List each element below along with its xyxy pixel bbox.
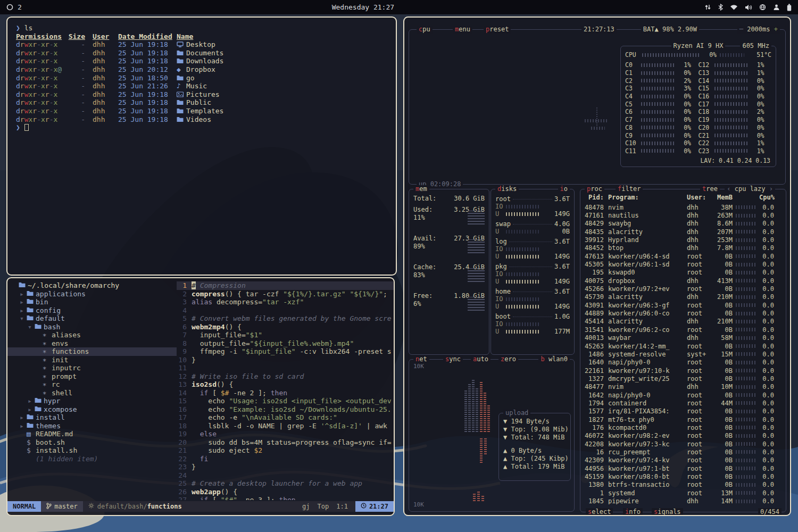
btop-window[interactable]: cpu menu preset 21:27:13 BAT▲ 98% 2.90W … — [403, 16, 791, 516]
process-row[interactable]: 1systemdroot13M0.0 — [584, 489, 783, 497]
tree-item-readme.md[interactable]: ▤README.md — [7, 430, 177, 438]
process-row[interactable]: 1577irq/81-PIXA3854:root0B0.0 — [584, 408, 783, 415]
file-row[interactable]: drwxr-xr-x-dhh25 Jun 19:18Desktop — [16, 40, 387, 49]
process-row[interactable]: 46072kworker/u98:2-evroot0B0.0 — [584, 432, 783, 440]
process-row[interactable]: 48477nvimdhh10M0.0 — [584, 383, 783, 391]
tree-item-bash[interactable]: ▾bash — [7, 323, 177, 331]
process-row[interactable]: 44956kworker/u97:1-btroot0B0.0 — [584, 464, 783, 472]
tree-item-default[interactable]: ▾default — [7, 314, 177, 323]
network-icon[interactable] — [759, 4, 766, 11]
file-row[interactable]: drwxr-xr-x-dhh25 Jun 19:18Documents — [16, 49, 387, 57]
tab-menu[interactable]: menu — [453, 26, 472, 34]
update-interval[interactable]: ─ 2000ms + — [737, 26, 780, 34]
process-row[interactable]: 16rcu_preemptroot0B0.0 — [584, 448, 783, 456]
account-icon[interactable] — [773, 4, 780, 11]
tree-item-boot.sh[interactable]: $boot.sh — [7, 438, 177, 447]
net-zero[interactable]: zero — [498, 355, 518, 363]
battery-icon[interactable] — [787, 4, 792, 11]
process-row[interactable]: 39912Hyprlanddhh253M0.0 — [584, 236, 783, 244]
process-row[interactable]: 1642napi/phy0-0root0B0.0 — [584, 391, 783, 399]
process-row[interactable]: 42309kworker/u97:4-kvroot0B0.0 — [584, 456, 783, 464]
tree-item-applications[interactable]: ▸applications — [7, 290, 177, 298]
tree-item-hypr[interactable]: ▸hypr — [7, 397, 177, 405]
tree-item-shell[interactable]: ∗shell — [7, 389, 177, 397]
tree-item-install[interactable]: ▸install — [7, 413, 177, 422]
file-row[interactable]: drwxr-xr-x@-dhh25 Jun 20:12◆Dropbox — [16, 65, 387, 74]
tab-cpu[interactable]: cpu — [417, 26, 433, 34]
process-row[interactable]: 40013waybardhh58M0.0 — [584, 334, 783, 342]
file-row[interactable]: drwxr-xr-x-dhh25 Jun 21:26♪Music — [16, 82, 387, 90]
process-row[interactable]: 48429swaybgdhh8.6M0.0 — [584, 220, 783, 228]
process-row[interactable]: 48452btopdhh7.8M0.0 — [584, 244, 783, 252]
io-toggle[interactable]: io — [558, 185, 570, 193]
launcher-icon[interactable] — [6, 4, 13, 11]
tree-item-themes[interactable]: ▸themes — [7, 422, 177, 430]
code-editor[interactable]: 1# Compression2compress() { tar -czf "${… — [177, 278, 394, 500]
tree-item-config[interactable]: ▸config — [7, 306, 177, 315]
file-tree[interactable]: ~/.local/share/omarchy▸applications▸bin▸… — [7, 278, 177, 500]
tree-item-prompt[interactable]: ∗prompt — [7, 372, 177, 381]
process-row[interactable]: 48478nvimdhh38M0.0 — [584, 203, 783, 211]
tree-item--1-hidden-item-[interactable]: (1 hidden item) — [7, 455, 177, 463]
proc-title[interactable]: proc — [585, 185, 604, 193]
net-title[interactable]: net — [413, 355, 429, 363]
file-row[interactable]: drwxr-xr-x-dhh25 Jun 19:18Downloads — [16, 57, 387, 65]
tab-preset[interactable]: preset — [484, 26, 511, 34]
process-row[interactable]: 44889kworker/u96:0-coroot0B0.0 — [584, 309, 783, 317]
proc-filter[interactable]: filter — [616, 185, 643, 193]
tree-item-xcompose[interactable]: ▸xcompose — [7, 405, 177, 414]
proc-tree-toggle[interactable]: tree — [700, 185, 720, 193]
tree-item-init[interactable]: ∗init — [7, 356, 177, 364]
proc-sort[interactable]: ‹ cpu lazy › — [725, 185, 775, 193]
tree-item-functions[interactable]: ∗functions — [7, 347, 177, 356]
file-row[interactable]: drwxr-xr-x-dhh25 Jun 19:18Videos — [16, 115, 387, 124]
process-row[interactable]: 43091kworker/u96:3-gfroot0B0.0 — [584, 301, 783, 309]
process-row[interactable]: 1827mt76-tx phy0root0B0.0 — [584, 415, 783, 423]
process-row[interactable]: 1845pipewiredhh14M0.0 — [584, 497, 783, 504]
file-row[interactable]: drwxr-xr-x-dhh25 Jun 19:18Templates — [16, 107, 387, 115]
process-row[interactable]: 45263kworker/14:2-mm_root0B0.0 — [584, 342, 783, 350]
tree-item-install.sh[interactable]: $install.sh — [7, 446, 177, 455]
process-row[interactable]: 48435alacrittydhh207M0.0 — [584, 228, 783, 236]
process-row[interactable]: 1380btrfs-transactioroot0B0.0 — [584, 481, 783, 489]
updates-icon[interactable] — [704, 4, 711, 11]
net-sync[interactable]: sync — [443, 355, 463, 363]
proc-info[interactable]: info — [623, 508, 643, 516]
mem-title[interactable]: mem — [413, 185, 429, 193]
clock[interactable]: Wednesday 21:27 — [332, 3, 394, 11]
wifi-icon[interactable] — [730, 4, 738, 11]
process-row[interactable]: 1327dmcrypt_write/25root0B0.0 — [584, 375, 783, 383]
volume-icon[interactable] — [745, 4, 752, 11]
process-row[interactable]: 45305kworker/u96:1-sdroot0B0.0 — [584, 260, 783, 268]
process-row[interactable]: 1640napi/phy0-0root0B0.0 — [584, 359, 783, 367]
terminal-window[interactable]: ❯ ls PermissionsSizeUserDate ModifiedNam… — [6, 16, 397, 276]
tree-item--.local-share-omarchy[interactable]: ~/.local/share/omarchy — [7, 281, 177, 290]
process-row[interactable]: 31541kworker/u96:2-coroot0B0.0 — [584, 326, 783, 334]
process-row[interactable]: 45414alacrittydhh210M0.0 — [584, 318, 783, 326]
net-auto[interactable]: auto — [471, 355, 491, 363]
tree-item-envs[interactable]: ∗envs — [7, 339, 177, 348]
bluetooth-icon[interactable] — [718, 4, 723, 11]
process-row[interactable]: 45159kworker/u98:0-btroot0B0.0 — [584, 472, 783, 480]
file-row[interactable]: drwxr-xr-x-dhh25 Jun 18:50go — [16, 74, 387, 82]
process-row[interactable]: 176kcompactd0root0B0.0 — [584, 423, 783, 431]
neovim-window[interactable]: ~/.local/share/omarchy▸applications▸bin▸… — [6, 277, 395, 516]
process-row[interactable]: 45266kworker/u97:2+evroot0B0.0 — [584, 285, 783, 293]
process-row[interactable]: 47161nautilusdhh263M0.0 — [584, 211, 783, 219]
tree-item-aliases[interactable]: ∗aliases — [7, 331, 177, 339]
process-row[interactable]: 195kswapd0root0B0.0 — [584, 269, 783, 277]
tree-item-bin[interactable]: ▸bin — [7, 298, 177, 306]
proc-signals[interactable]: signals — [652, 508, 683, 516]
process-row[interactable]: 42208kworker/u97:3-kcroot0B0.0 — [584, 440, 783, 448]
proc-select[interactable]: select — [586, 508, 613, 516]
net-panel-title[interactable]: upload — [503, 409, 530, 417]
file-row[interactable]: drwxr-xr-x-dhh25 Jun 19:18Public — [16, 98, 387, 107]
process-row[interactable]: 1794containerdroot44M0.0 — [584, 399, 783, 407]
disks-title[interactable]: disks — [495, 185, 519, 193]
workspace-indicator[interactable]: 2 — [18, 3, 22, 11]
process-row[interactable]: 22161kworker/u97:10-kroot0B0.0 — [584, 367, 783, 375]
file-row[interactable]: drwxr-xr-x-dhh25 Jun 19:18Pictures — [16, 90, 387, 99]
process-row[interactable]: 1486systemd-resolvesyst+15M0.0 — [584, 350, 783, 358]
process-row[interactable]: 47613kworker/u96:4-sdroot0B0.0 — [584, 252, 783, 260]
net-interface[interactable]: b wlan0 — [538, 355, 570, 363]
